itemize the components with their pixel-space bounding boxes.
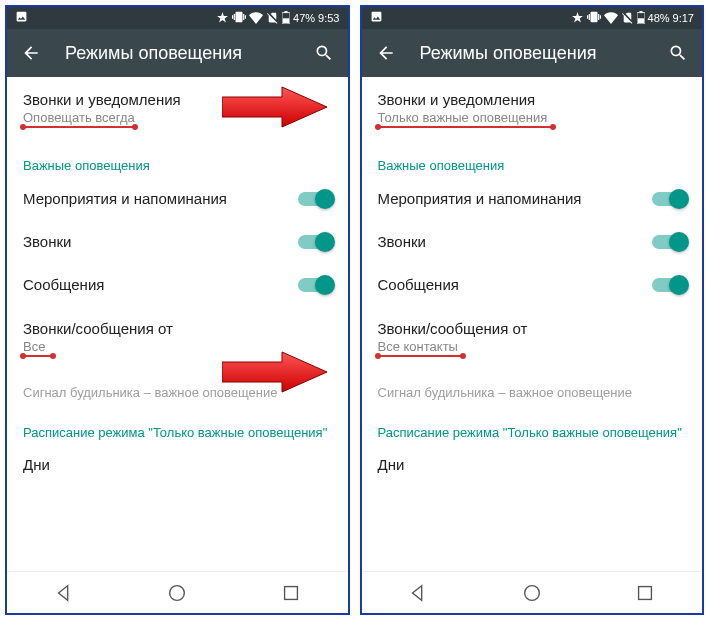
svg-point-10 xyxy=(524,585,539,600)
appbar-title: Режимы оповещения xyxy=(65,43,314,64)
calls-from-title: Звонки/сообщения от xyxy=(23,320,332,337)
search-icon[interactable] xyxy=(314,43,334,63)
calls-switch[interactable] xyxy=(298,235,332,249)
svg-rect-2 xyxy=(283,18,289,23)
appbar: Режимы оповещения xyxy=(362,29,703,77)
days-item[interactable]: Дни xyxy=(23,446,332,485)
section-schedule: Расписание режима "Только важные оповеще… xyxy=(23,406,332,446)
events-switch[interactable] xyxy=(652,192,686,206)
settings-content: Звонки и уведомления Оповещать всегда Ва… xyxy=(7,77,348,571)
calls-switch[interactable] xyxy=(652,235,686,249)
events-row[interactable]: Мероприятия и напоминания xyxy=(23,177,332,220)
star-icon xyxy=(216,11,229,26)
svg-rect-6 xyxy=(284,586,297,599)
days-item[interactable]: Дни xyxy=(378,446,687,485)
wifi-icon xyxy=(249,10,263,26)
calls-notifications-item[interactable]: Звонки и уведомления Оповещать всегда xyxy=(23,77,332,140)
phone-right: 48% 9:17 Режимы оповещения Звонки и увед… xyxy=(360,5,705,615)
alarm-hint: Сигнал будильника – важное оповещение xyxy=(378,369,687,406)
calls-label: Звонки xyxy=(23,233,71,250)
svg-rect-11 xyxy=(639,586,652,599)
nav-home-icon[interactable] xyxy=(166,582,188,604)
section-schedule: Расписание режима "Только важные оповеще… xyxy=(378,406,687,446)
battery-icon xyxy=(282,11,290,26)
clock: 9:53 xyxy=(318,12,339,24)
wifi-icon xyxy=(604,10,618,26)
vibrate-icon xyxy=(232,10,246,26)
messages-row[interactable]: Сообщения xyxy=(378,263,687,306)
star-icon xyxy=(571,11,584,26)
nav-back-icon[interactable] xyxy=(53,582,75,604)
messages-row[interactable]: Сообщения xyxy=(23,263,332,306)
calls-from-sub: Все контакты xyxy=(378,339,463,357)
nav-home-icon[interactable] xyxy=(521,582,543,604)
image-icon xyxy=(15,10,28,26)
svg-rect-8 xyxy=(639,11,642,13)
calls-notif-sub: Оповещать всегда xyxy=(23,110,135,128)
search-icon[interactable] xyxy=(668,43,688,63)
statusbar: 47% 9:53 xyxy=(7,7,348,29)
svg-point-5 xyxy=(170,585,185,600)
messages-label: Сообщения xyxy=(23,276,104,293)
appbar-title: Режимы оповещения xyxy=(420,43,669,64)
nav-recent-icon[interactable] xyxy=(634,582,656,604)
svg-rect-9 xyxy=(637,18,643,23)
image-icon xyxy=(370,10,383,26)
calls-from-sub: Все xyxy=(23,339,53,357)
messages-switch[interactable] xyxy=(298,278,332,292)
battery-percent: 47% xyxy=(293,12,315,24)
navbar xyxy=(362,571,703,613)
statusbar: 48% 9:17 xyxy=(362,7,703,29)
nav-back-icon[interactable] xyxy=(407,582,429,604)
settings-content: Звонки и уведомления Только важные опове… xyxy=(362,77,703,571)
vibrate-icon xyxy=(587,10,601,26)
events-switch[interactable] xyxy=(298,192,332,206)
calls-from-item[interactable]: Звонки/сообщения от Все контакты xyxy=(378,306,687,369)
alarm-hint: Сигнал будильника – важное оповещение xyxy=(23,369,332,406)
back-icon[interactable] xyxy=(21,43,41,63)
nosim-icon xyxy=(266,11,279,26)
calls-row[interactable]: Звонки xyxy=(378,220,687,263)
days-label: Дни xyxy=(23,456,332,473)
events-row[interactable]: Мероприятия и напоминания xyxy=(378,177,687,220)
phone-left: 47% 9:53 Режимы оповещения Звонки и увед… xyxy=(5,5,350,615)
back-icon[interactable] xyxy=(376,43,396,63)
battery-percent: 48% xyxy=(648,12,670,24)
calls-notif-title: Звонки и уведомления xyxy=(23,91,332,108)
calls-notif-title: Звонки и уведомления xyxy=(378,91,687,108)
days-label: Дни xyxy=(378,456,687,473)
section-important: Важные оповещения xyxy=(378,140,687,177)
events-label: Мероприятия и напоминания xyxy=(23,190,227,207)
calls-from-title: Звонки/сообщения от xyxy=(378,320,687,337)
navbar xyxy=(7,571,348,613)
calls-from-item[interactable]: Звонки/сообщения от Все xyxy=(23,306,332,369)
nosim-icon xyxy=(621,11,634,26)
messages-label: Сообщения xyxy=(378,276,459,293)
section-important: Важные оповещения xyxy=(23,140,332,177)
messages-switch[interactable] xyxy=(652,278,686,292)
calls-label: Звонки xyxy=(378,233,426,250)
events-label: Мероприятия и напоминания xyxy=(378,190,582,207)
appbar: Режимы оповещения xyxy=(7,29,348,77)
svg-rect-1 xyxy=(284,11,287,13)
calls-notifications-item[interactable]: Звонки и уведомления Только важные опове… xyxy=(378,77,687,140)
clock: 9:17 xyxy=(673,12,694,24)
nav-recent-icon[interactable] xyxy=(280,582,302,604)
calls-notif-sub: Только важные оповещения xyxy=(378,110,553,128)
calls-row[interactable]: Звонки xyxy=(23,220,332,263)
battery-icon xyxy=(637,11,645,26)
